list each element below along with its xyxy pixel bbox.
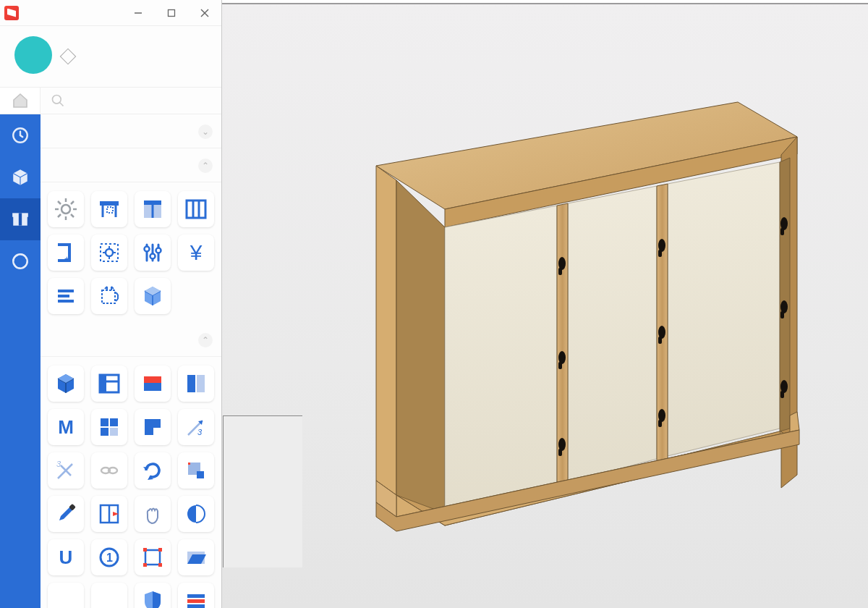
tool-settings-gear[interactable] bbox=[48, 191, 84, 227]
section-start-design[interactable]: ⌃ bbox=[41, 148, 221, 182]
svg-rect-22 bbox=[558, 449, 562, 456]
chevron-up-icon[interactable]: ⌃ bbox=[198, 333, 213, 347]
ground-plane-edge bbox=[223, 415, 302, 567]
tool-three[interactable] bbox=[178, 191, 214, 227]
svg-rect-81 bbox=[102, 290, 115, 303]
tool-yen[interactable]: ¥ bbox=[178, 235, 214, 271]
tool-columns[interactable] bbox=[135, 191, 171, 227]
tool-corner-dot[interactable] bbox=[178, 452, 214, 489]
tool-split[interactable] bbox=[178, 366, 214, 402]
svg-rect-113 bbox=[143, 548, 147, 552]
tool-letter-m[interactable]: M bbox=[48, 409, 84, 445]
svg-marker-4 bbox=[376, 166, 396, 495]
cube-icon bbox=[11, 168, 30, 187]
svg-rect-115 bbox=[143, 563, 147, 567]
tool-rotate[interactable] bbox=[135, 452, 171, 489]
svg-line-53 bbox=[71, 201, 74, 204]
tool-flag[interactable] bbox=[135, 366, 171, 402]
tool-link[interactable] bbox=[91, 452, 127, 489]
svg-rect-87 bbox=[187, 375, 195, 392]
svg-marker-8 bbox=[668, 162, 780, 456]
tool-circle-1[interactable]: 1 bbox=[91, 539, 127, 575]
cabinet-model[interactable] bbox=[311, 83, 803, 546]
svg-rect-18 bbox=[558, 268, 562, 275]
tool-letter-u[interactable]: U bbox=[48, 539, 84, 575]
tool-gear-box[interactable] bbox=[91, 235, 127, 271]
svg-rect-90 bbox=[110, 418, 118, 426]
start-design-grid: + ¥ bbox=[41, 182, 221, 323]
svg-rect-114 bbox=[158, 548, 162, 552]
svg-point-75 bbox=[145, 247, 150, 252]
close-button[interactable] bbox=[188, 0, 221, 26]
svg-rect-34 bbox=[780, 391, 784, 398]
tool-char-wai[interactable] bbox=[48, 583, 84, 608]
tool-halfmoon[interactable] bbox=[178, 496, 214, 532]
tool-measure-arrow[interactable]: 3 bbox=[178, 409, 214, 445]
svg-rect-30 bbox=[780, 228, 784, 235]
avatar bbox=[14, 36, 52, 74]
chevron-up-icon[interactable]: ⌃ bbox=[198, 159, 213, 173]
search-row bbox=[0, 87, 221, 114]
svg-line-54 bbox=[58, 214, 61, 217]
package-icon bbox=[11, 210, 30, 229]
svg-line-52 bbox=[71, 214, 74, 217]
tool-cube3d[interactable] bbox=[135, 278, 171, 314]
section-quick-tools[interactable]: ⌃ bbox=[41, 323, 221, 357]
tool-corner-add[interactable]: + bbox=[48, 235, 84, 271]
svg-text:+: + bbox=[64, 254, 69, 264]
vtab-package[interactable] bbox=[0, 198, 41, 240]
svg-rect-86 bbox=[144, 383, 161, 391]
side-panel: ⌄ ⌃ + ¥ ⌃ bbox=[0, 0, 222, 608]
svg-rect-44 bbox=[19, 213, 22, 225]
tool-resize[interactable] bbox=[91, 278, 127, 314]
tool-folder[interactable] bbox=[178, 539, 214, 575]
user-row[interactable] bbox=[0, 26, 221, 87]
tool-bars[interactable] bbox=[178, 583, 214, 608]
tool-table[interactable] bbox=[91, 191, 127, 227]
svg-rect-88 bbox=[197, 375, 205, 392]
svg-text:1: 1 bbox=[106, 552, 113, 564]
section-uncategorized[interactable]: ⌄ bbox=[41, 114, 221, 148]
tool-char-huo[interactable] bbox=[91, 583, 127, 608]
titlebar bbox=[0, 0, 221, 26]
vtab-sync[interactable] bbox=[0, 240, 41, 282]
svg-rect-62 bbox=[187, 200, 205, 218]
clock-icon bbox=[11, 126, 30, 145]
tool-grid2x2[interactable] bbox=[91, 409, 127, 445]
tool-sliders[interactable] bbox=[135, 235, 171, 271]
maximize-button[interactable] bbox=[155, 0, 188, 26]
vtab-box[interactable] bbox=[0, 156, 41, 198]
svg-line-51 bbox=[58, 201, 61, 204]
tool-measure-cross[interactable]: 3 bbox=[48, 452, 84, 489]
svg-point-76 bbox=[150, 254, 156, 259]
tool-plus-box[interactable] bbox=[91, 496, 127, 532]
vtab-recent[interactable] bbox=[0, 114, 41, 156]
tool-content: ⌄ ⌃ + ¥ ⌃ bbox=[41, 114, 221, 608]
tool-eyedropper[interactable] bbox=[48, 496, 84, 532]
search-input[interactable] bbox=[41, 88, 221, 114]
svg-rect-91 bbox=[101, 428, 109, 436]
tool-cube-solid[interactable] bbox=[48, 366, 84, 402]
vertical-tabs bbox=[0, 114, 41, 608]
tool-shield[interactable] bbox=[135, 583, 171, 608]
svg-rect-26 bbox=[658, 337, 662, 344]
tool-list[interactable] bbox=[48, 278, 84, 314]
svg-rect-32 bbox=[780, 311, 784, 318]
svg-rect-120 bbox=[187, 604, 205, 608]
tool-corner-shape[interactable] bbox=[135, 409, 171, 445]
tool-layout-left[interactable] bbox=[91, 366, 127, 402]
tool-corners[interactable] bbox=[135, 539, 171, 575]
svg-rect-116 bbox=[158, 563, 162, 567]
svg-rect-58 bbox=[107, 207, 113, 213]
svg-point-77 bbox=[156, 248, 161, 253]
svg-rect-104 bbox=[197, 471, 204, 478]
app-icon bbox=[4, 6, 19, 20]
tier-icon bbox=[60, 48, 77, 65]
svg-point-39 bbox=[53, 96, 61, 104]
tool-hand[interactable] bbox=[135, 496, 171, 532]
home-button[interactable] bbox=[0, 88, 41, 114]
svg-rect-105 bbox=[188, 463, 190, 465]
chevron-down-icon[interactable]: ⌄ bbox=[198, 124, 213, 139]
minimize-button[interactable] bbox=[122, 0, 155, 26]
svg-marker-6 bbox=[445, 206, 557, 513]
